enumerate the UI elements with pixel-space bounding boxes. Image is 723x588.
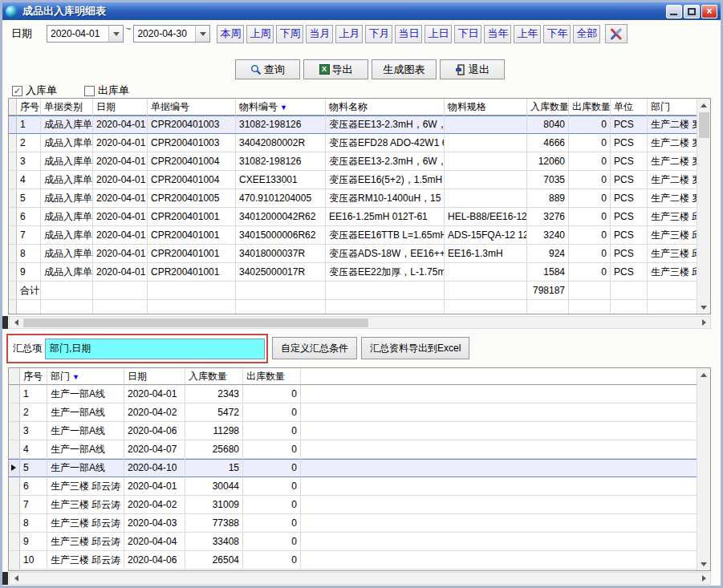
cell[interactable]: 2020-04-07 [124, 440, 185, 459]
outbound-checkbox[interactable]: 出库单 [84, 83, 129, 98]
column-header[interactable]: 物料编号▼ [236, 99, 326, 116]
cell[interactable]: 0 [569, 134, 611, 152]
cell[interactable]: 10 [20, 551, 47, 570]
cell[interactable]: PCS [611, 134, 648, 152]
maximize-button[interactable] [684, 5, 700, 18]
cell[interactable]: 9 [17, 263, 41, 282]
quick-filter-button-11[interactable]: 下年 [543, 25, 571, 43]
cell[interactable]: 变压器EE22加厚，L-1.75m [326, 263, 445, 282]
cell[interactable]: 5 [20, 459, 47, 477]
scroll-down-icon[interactable] [697, 558, 710, 570]
date-tools-button[interactable] [605, 24, 628, 43]
row-header[interactable] [9, 385, 20, 403]
column-header[interactable]: 物料名称 [326, 99, 445, 116]
column-header[interactable]: 部门 [648, 99, 697, 116]
quick-filter-button-10[interactable]: 上年 [514, 25, 541, 43]
cell[interactable]: 成品入库单 [41, 171, 93, 189]
cell[interactable]: 变压器EFD28 ADO-42W1 6 [326, 134, 445, 152]
table-row[interactable]: 1生产一部A线2020-04-0123430 [9, 385, 697, 403]
scroll-right-icon[interactable] [697, 316, 710, 329]
table-row[interactable]: 6成品入库单2020-04-01CPR20040100134012000042R… [9, 208, 697, 226]
cell[interactable]: 变压器EE16TTB L=1.65mH [326, 226, 445, 245]
table-row[interactable]: 7成品入库单2020-04-01CPR20040100134015000006R… [9, 226, 697, 245]
cell[interactable]: 33408 [185, 533, 243, 551]
cell[interactable]: 1 [20, 385, 47, 403]
cell[interactable]: 6 [20, 477, 47, 496]
table-row[interactable]: 8成品入库单2020-04-01CPR20040100134018000037R… [9, 245, 697, 263]
cell[interactable]: PCS [611, 171, 648, 189]
cell[interactable]: 470.9101204005 [236, 189, 326, 208]
cell[interactable]: 34042080002R [236, 134, 326, 152]
cell[interactable] [445, 152, 527, 171]
row-header[interactable] [9, 152, 17, 171]
cell[interactable]: 34015000006R62 [236, 226, 326, 245]
table-row[interactable]: 6生产三楼 邱云涛2020-04-01300440 [9, 477, 697, 496]
column-header[interactable]: 日期 [124, 368, 185, 385]
custom-summary-button[interactable]: 自定义汇总条件 [272, 337, 357, 359]
cell[interactable]: 34025000017R [236, 263, 326, 282]
cell[interactable]: 生产二楼 罗平 [648, 152, 697, 171]
row-header[interactable] [9, 263, 17, 282]
cell[interactable]: CPR200401004 [148, 171, 236, 189]
cell[interactable]: 0 [243, 496, 301, 514]
cell[interactable]: 2020-04-03 [124, 514, 185, 533]
query-button[interactable]: 查询 [235, 59, 300, 79]
cell[interactable]: 0 [569, 226, 611, 245]
close-button[interactable]: × [701, 5, 717, 18]
row-header[interactable] [9, 440, 20, 459]
cell[interactable]: CPR200401001 [148, 245, 236, 263]
column-header[interactable]: 单据编号 [148, 99, 236, 116]
quick-filter-button-1[interactable]: 上周 [246, 25, 274, 43]
cell[interactable]: 2020-04-06 [124, 551, 185, 570]
row-header[interactable] [9, 134, 17, 152]
row-header[interactable] [9, 189, 17, 208]
cell[interactable]: 生产三楼 邱云涛 [648, 208, 697, 226]
quick-filter-button-9[interactable]: 当年 [484, 25, 511, 43]
cell[interactable]: EE16-1.3mH [445, 245, 527, 263]
row-header[interactable] [9, 551, 20, 570]
cell[interactable]: 15 [185, 459, 243, 477]
cell[interactable]: 生产一部A线 [47, 459, 124, 477]
scroll-up-icon[interactable] [697, 368, 710, 381]
scroll-down-icon[interactable] [697, 301, 710, 314]
cell[interactable]: CPR200401001 [148, 208, 236, 226]
generate-chart-button[interactable]: 生成图表 [372, 59, 437, 79]
summary-grid-vertical-scrollbar[interactable] [697, 368, 710, 570]
column-header[interactable]: 单据类别 [41, 99, 93, 116]
cell[interactable]: 31082-198126 [236, 152, 326, 171]
scroll-up-icon[interactable] [697, 99, 710, 112]
row-header[interactable] [9, 496, 20, 514]
cell[interactable]: 成品入库单 [41, 245, 93, 263]
cell[interactable]: 8 [17, 245, 41, 263]
cell[interactable]: 5 [17, 189, 41, 208]
cell[interactable]: 成品入库单 [41, 263, 93, 282]
cell[interactable] [445, 263, 527, 282]
cell[interactable]: 0 [569, 116, 611, 134]
cell[interactable]: 1584 [527, 263, 569, 282]
cell[interactable]: 2020-04-01 [93, 189, 148, 208]
cell[interactable]: 成品入库单 [41, 152, 93, 171]
cell[interactable]: 生产一部A线 [47, 385, 124, 403]
export-button[interactable]: X 导出 [303, 59, 368, 79]
scrollbar-thumb[interactable] [699, 112, 709, 138]
date-from-select[interactable]: 2020-04-01 [47, 25, 124, 43]
quick-filter-button-4[interactable]: 上月 [335, 25, 363, 43]
cell[interactable]: 3276 [527, 208, 569, 226]
cell[interactable]: 生产三楼 邱云涛 [47, 514, 124, 533]
cell[interactable]: 生产三楼 邱云涛 [648, 226, 697, 245]
date-to-select[interactable]: 2020-04-30 [133, 25, 210, 43]
cell[interactable]: 0 [243, 533, 301, 551]
cell[interactable]: PCS [611, 226, 648, 245]
cell[interactable]: CPR200401004 [148, 152, 236, 171]
cell[interactable]: 成品入库单 [41, 189, 93, 208]
cell[interactable]: 6 [17, 208, 41, 226]
cell[interactable]: 成品入库单 [41, 226, 93, 245]
cell[interactable] [445, 171, 527, 189]
column-header[interactable]: 序号 [17, 99, 41, 116]
cell[interactable]: 31082-198126 [236, 116, 326, 134]
cell[interactable]: CXEE133001 [236, 171, 326, 189]
cell[interactable]: 生产二楼 罗平 [648, 134, 697, 152]
cell[interactable]: 26504 [185, 551, 243, 570]
cell[interactable]: 30044 [185, 477, 243, 496]
cell[interactable]: PCS [611, 116, 648, 134]
